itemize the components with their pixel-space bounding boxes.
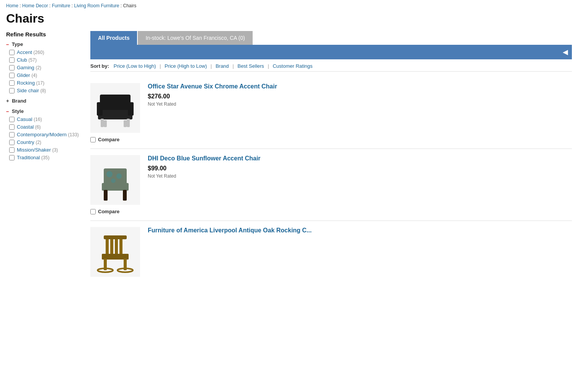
filter-country-label[interactable]: Country (2) xyxy=(17,139,41,145)
filter-style: – Style Casual (16) Coastal (6) Contempo… xyxy=(6,108,84,160)
compare-checkbox-2[interactable] xyxy=(90,209,96,214)
product-tabs: All Products In-stock: Lowe's Of San Fra… xyxy=(90,31,572,45)
filter-glider-label[interactable]: Glider (4) xyxy=(17,72,37,78)
filter-item-glider: Glider (4) xyxy=(6,72,84,78)
filter-coastal-checkbox[interactable] xyxy=(9,124,15,130)
filter-brand-header[interactable]: + Brand xyxy=(6,98,84,104)
filter-coastal-label[interactable]: Coastal (6) xyxy=(17,124,41,130)
chair-2-image xyxy=(92,157,138,203)
filter-item-country: Country (2) xyxy=(6,139,84,145)
filter-brand-toggle: + xyxy=(6,98,9,104)
filter-item-traditional: Traditional (35) xyxy=(6,155,84,160)
filter-contemporary-checkbox[interactable] xyxy=(9,132,15,137)
svg-rect-5 xyxy=(127,119,130,127)
breadcrumb: Home : Home Decor : Furniture : Living R… xyxy=(6,3,572,8)
product-title-2[interactable]: DHI Deco Blue Sunflower Accent Chair xyxy=(148,155,572,162)
chair-3-image xyxy=(92,229,138,275)
compare-row-1: Compare xyxy=(90,137,572,142)
product-image-2[interactable] xyxy=(90,155,140,205)
svg-rect-20 xyxy=(102,254,129,260)
filter-type: – Type Accent (260) Club (57) Gaming (2) xyxy=(6,41,84,93)
filter-rocking-checkbox[interactable] xyxy=(9,80,15,86)
svg-rect-7 xyxy=(124,120,127,127)
filter-item-club: Club (57) xyxy=(6,57,84,63)
filter-casual-checkbox[interactable] xyxy=(9,117,15,122)
filter-club-checkbox[interactable] xyxy=(9,57,15,63)
filter-item-mission: Mission/Shaker (3) xyxy=(6,147,84,153)
product-item-1: Office Star Avenue Six Chrome Accent Cha… xyxy=(90,77,572,149)
sort-bar: Sort by: Price (Low to High) | Price (Hi… xyxy=(90,63,572,72)
compare-checkbox-1[interactable] xyxy=(90,137,96,142)
product-details-2: DHI Deco Blue Sunflower Accent Chair $99… xyxy=(148,155,572,205)
svg-rect-13 xyxy=(104,190,108,201)
svg-rect-6 xyxy=(104,120,107,127)
filter-brand: + Brand xyxy=(6,98,84,104)
svg-rect-12 xyxy=(102,183,129,191)
filter-item-gaming: Gaming (2) xyxy=(6,65,84,70)
sort-price-low[interactable]: Price (Low to High) xyxy=(114,63,156,69)
filter-rocking-label[interactable]: Rocking (17) xyxy=(17,80,44,86)
svg-rect-2 xyxy=(97,102,103,116)
product-rating-1: Not Yet Rated xyxy=(148,101,572,107)
product-title-3[interactable]: Furniture of America Liverpool Antique O… xyxy=(148,227,572,234)
svg-point-10 xyxy=(116,173,122,179)
filter-style-toggle: – xyxy=(6,108,9,114)
filter-country-checkbox[interactable] xyxy=(9,140,15,145)
filter-traditional-checkbox[interactable] xyxy=(9,155,15,160)
tab-instock[interactable]: In-stock: Lowe's Of San Francisco, CA (0… xyxy=(138,31,252,45)
compare-label-1[interactable]: Compare xyxy=(98,137,119,142)
filter-gaming-checkbox[interactable] xyxy=(9,65,15,70)
svg-point-9 xyxy=(106,171,113,177)
product-item-3: Furniture of America Liverpool Antique O… xyxy=(90,221,572,278)
filter-gaming-label[interactable]: Gaming (2) xyxy=(17,65,41,70)
filter-type-header[interactable]: – Type xyxy=(6,41,84,47)
tab-all-products[interactable]: All Products xyxy=(90,31,137,45)
filter-item-accent: Accent (260) xyxy=(6,49,84,55)
filter-side-chair-label[interactable]: Side chair (8) xyxy=(17,88,46,93)
product-image-1[interactable] xyxy=(90,83,140,133)
svg-rect-1 xyxy=(98,110,132,119)
filter-mission-checkbox[interactable] xyxy=(9,147,15,153)
page-title: Chairs xyxy=(6,11,572,26)
svg-rect-19 xyxy=(104,235,127,239)
product-item-2: DHI Deco Blue Sunflower Accent Chair $99… xyxy=(90,149,572,221)
filter-item-side-chair: Side chair (8) xyxy=(6,88,84,93)
filter-type-toggle: – xyxy=(6,41,9,47)
sort-price-high[interactable]: Price (High to Low) xyxy=(165,63,207,69)
filter-item-coastal: Coastal (6) xyxy=(6,124,84,130)
breadcrumb-current: Chairs xyxy=(123,3,137,8)
filter-side-chair-checkbox[interactable] xyxy=(9,88,15,93)
filter-glider-checkbox[interactable] xyxy=(9,73,15,78)
product-image-3[interactable] xyxy=(90,227,140,277)
breadcrumb-home-decor[interactable]: Home Decor xyxy=(22,3,48,8)
filter-accent-checkbox[interactable] xyxy=(9,50,15,55)
breadcrumb-living-room[interactable]: Living Room Furniture xyxy=(74,3,119,8)
refine-results-title: Refine Results xyxy=(6,31,84,38)
sort-best-sellers[interactable]: Best Sellers xyxy=(237,63,264,69)
sort-label: Sort by: xyxy=(90,63,109,69)
compare-row-2: Compare xyxy=(90,209,572,214)
tab-bar: ◀ xyxy=(90,45,572,59)
breadcrumb-home[interactable]: Home xyxy=(6,3,18,8)
svg-rect-3 xyxy=(128,102,134,116)
filter-style-label: Style xyxy=(12,108,24,114)
filter-contemporary-label[interactable]: Contemporary/Modern (133) xyxy=(17,132,79,137)
filter-club-label[interactable]: Club (57) xyxy=(17,57,37,63)
filter-item-rocking: Rocking (17) xyxy=(6,80,84,86)
sort-brand[interactable]: Brand xyxy=(216,63,229,69)
breadcrumb-furniture[interactable]: Furniture xyxy=(52,3,70,8)
sort-customer-ratings[interactable]: Customer Ratings xyxy=(273,63,312,69)
chair-1-image xyxy=(92,85,138,131)
filter-style-header[interactable]: – Style xyxy=(6,108,84,114)
compare-label-2[interactable]: Compare xyxy=(98,209,119,214)
filter-traditional-label[interactable]: Traditional (35) xyxy=(17,155,49,160)
filter-item-casual: Casual (16) xyxy=(6,116,84,122)
svg-rect-4 xyxy=(101,119,104,127)
filter-accent-label[interactable]: Accent (260) xyxy=(17,49,44,55)
filter-mission-label[interactable]: Mission/Shaker (3) xyxy=(17,147,58,153)
filter-casual-label[interactable]: Casual (16) xyxy=(17,116,42,122)
product-details-1: Office Star Avenue Six Chrome Accent Cha… xyxy=(148,83,572,133)
filter-brand-label: Brand xyxy=(12,98,26,104)
arrow-icon: ◀ xyxy=(563,48,568,56)
product-title-1[interactable]: Office Star Avenue Six Chrome Accent Cha… xyxy=(148,83,572,90)
